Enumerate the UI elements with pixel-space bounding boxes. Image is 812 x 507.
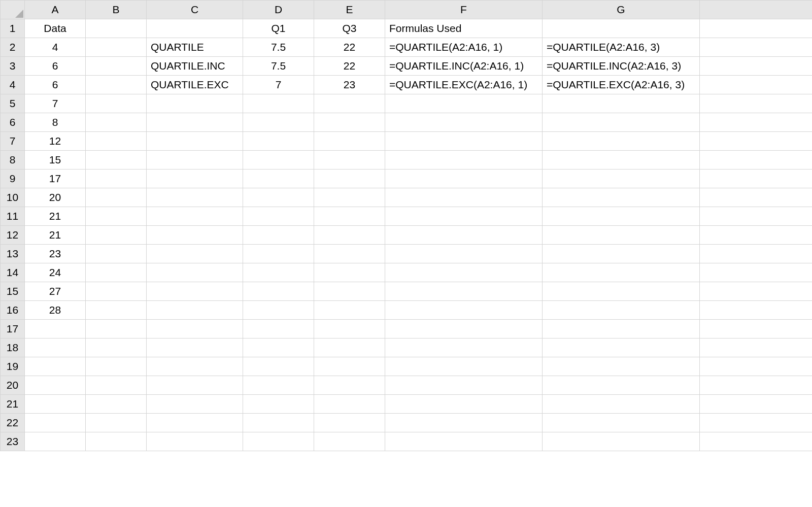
cell-B9[interactable] [86,170,147,188]
cell-B2[interactable] [86,38,147,57]
cell-D12[interactable] [243,226,314,245]
cell-A4[interactable]: 6 [25,76,86,94]
cell-H1[interactable] [700,19,813,38]
cell-F17[interactable] [385,320,543,339]
cell-F5[interactable] [385,94,543,113]
cell-F7[interactable] [385,132,543,151]
cell-D22[interactable] [243,414,314,432]
cell-E16[interactable] [314,301,385,320]
cell-C19[interactable] [147,357,243,376]
spreadsheet-grid[interactable]: ABCDEFG1DataQ1Q3Formulas Used24QUARTILE7… [0,0,812,451]
cell-B18[interactable] [86,339,147,357]
cell-H16[interactable] [700,301,813,320]
cell-H14[interactable] [700,263,813,282]
cell-C1[interactable] [147,19,243,38]
cell-C18[interactable] [147,339,243,357]
row-header-21[interactable]: 21 [1,395,25,414]
row-header-2[interactable]: 2 [1,38,25,57]
cell-D16[interactable] [243,301,314,320]
cell-E7[interactable] [314,132,385,151]
cell-H3[interactable] [700,57,813,76]
row-header-18[interactable]: 18 [1,339,25,357]
col-header-C[interactable]: C [147,1,243,19]
cell-B8[interactable] [86,151,147,170]
cell-F12[interactable] [385,226,543,245]
row-header-1[interactable]: 1 [1,19,25,38]
row-header-11[interactable]: 11 [1,207,25,226]
cell-B16[interactable] [86,301,147,320]
cell-C10[interactable] [147,188,243,207]
cell-H10[interactable] [700,188,813,207]
cell-C23[interactable] [147,432,243,451]
cell-G5[interactable] [543,94,700,113]
cell-C17[interactable] [147,320,243,339]
cell-E20[interactable] [314,376,385,395]
cell-G16[interactable] [543,301,700,320]
cell-C22[interactable] [147,414,243,432]
cell-E9[interactable] [314,170,385,188]
cell-G1[interactable] [543,19,700,38]
cell-H19[interactable] [700,357,813,376]
row-header-8[interactable]: 8 [1,151,25,170]
cell-H20[interactable] [700,376,813,395]
cell-F4[interactable]: =QUARTILE.EXC(A2:A16, 1) [385,76,543,94]
cell-C2[interactable]: QUARTILE [147,38,243,57]
cell-B20[interactable] [86,376,147,395]
cell-F9[interactable] [385,170,543,188]
cell-A5[interactable]: 7 [25,94,86,113]
cell-A21[interactable] [25,395,86,414]
cell-H6[interactable] [700,113,813,132]
cell-G7[interactable] [543,132,700,151]
cell-D20[interactable] [243,376,314,395]
cell-C11[interactable] [147,207,243,226]
cell-C4[interactable]: QUARTILE.EXC [147,76,243,94]
cell-B12[interactable] [86,226,147,245]
cell-C12[interactable] [147,226,243,245]
row-header-14[interactable]: 14 [1,263,25,282]
cell-H7[interactable] [700,132,813,151]
cell-A6[interactable]: 8 [25,113,86,132]
cell-F10[interactable] [385,188,543,207]
cell-F13[interactable] [385,245,543,263]
col-header-E[interactable]: E [314,1,385,19]
cell-E5[interactable] [314,94,385,113]
cell-C7[interactable] [147,132,243,151]
cell-C21[interactable] [147,395,243,414]
cell-H22[interactable] [700,414,813,432]
cell-A15[interactable]: 27 [25,282,86,301]
cell-F1[interactable]: Formulas Used [385,19,543,38]
cell-A23[interactable] [25,432,86,451]
cell-H2[interactable] [700,38,813,57]
cell-A19[interactable] [25,357,86,376]
cell-E14[interactable] [314,263,385,282]
cell-E6[interactable] [314,113,385,132]
cell-C15[interactable] [147,282,243,301]
cell-H9[interactable] [700,170,813,188]
cell-A8[interactable]: 15 [25,151,86,170]
cell-E12[interactable] [314,226,385,245]
cell-E18[interactable] [314,339,385,357]
cell-A9[interactable]: 17 [25,170,86,188]
cell-G23[interactable] [543,432,700,451]
cell-E22[interactable] [314,414,385,432]
cell-E8[interactable] [314,151,385,170]
cell-D6[interactable] [243,113,314,132]
cell-B13[interactable] [86,245,147,263]
cell-H12[interactable] [700,226,813,245]
cell-D3[interactable]: 7.5 [243,57,314,76]
cell-C8[interactable] [147,151,243,170]
cell-G14[interactable] [543,263,700,282]
cell-F2[interactable]: =QUARTILE(A2:A16, 1) [385,38,543,57]
cell-B1[interactable] [86,19,147,38]
row-header-13[interactable]: 13 [1,245,25,263]
cell-E10[interactable] [314,188,385,207]
cell-B4[interactable] [86,76,147,94]
cell-B7[interactable] [86,132,147,151]
cell-A16[interactable]: 28 [25,301,86,320]
cell-G15[interactable] [543,282,700,301]
row-header-20[interactable]: 20 [1,376,25,395]
cell-F16[interactable] [385,301,543,320]
cell-B21[interactable] [86,395,147,414]
row-header-10[interactable]: 10 [1,188,25,207]
cell-G2[interactable]: =QUARTILE(A2:A16, 3) [543,38,700,57]
